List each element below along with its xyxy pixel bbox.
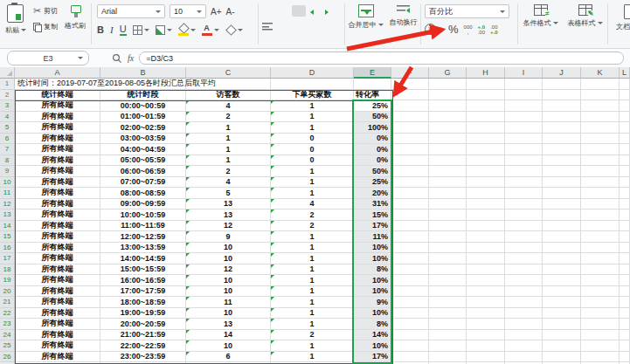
cell-I4[interactable] bbox=[505, 112, 543, 123]
doc-assistant-button[interactable]: 文档助手 bbox=[613, 3, 630, 33]
cell-B20[interactable]: 17:00~17:59 bbox=[100, 286, 186, 298]
cell-D6[interactable]: 0 bbox=[271, 134, 354, 145]
cell-E9[interactable]: 50% bbox=[354, 166, 391, 177]
cell-A26[interactable]: 所有终端 bbox=[15, 352, 100, 363]
cell-F8[interactable] bbox=[391, 155, 429, 167]
cell-H24[interactable] bbox=[467, 330, 505, 341]
row-header-23[interactable]: 23 bbox=[0, 319, 15, 330]
cell-J4[interactable] bbox=[543, 112, 581, 123]
cell-F9[interactable] bbox=[391, 166, 429, 177]
cell-F25[interactable] bbox=[391, 340, 429, 352]
cell-K13[interactable] bbox=[581, 209, 620, 221]
cell-G2[interactable] bbox=[429, 90, 467, 101]
cell-C21[interactable]: 11 bbox=[186, 297, 271, 308]
row-header-20[interactable]: 20 bbox=[0, 286, 15, 298]
cell-D4[interactable]: 1 bbox=[271, 112, 354, 123]
cell-A22[interactable]: 所有终端 bbox=[15, 308, 100, 319]
cell-L26[interactable] bbox=[620, 352, 630, 363]
cell-G23[interactable] bbox=[429, 319, 467, 330]
cell-D2[interactable]: 下单买家数 bbox=[271, 90, 354, 101]
column-header-L[interactable]: L bbox=[620, 67, 630, 79]
cell-K17[interactable] bbox=[581, 253, 620, 264]
clear-format-button[interactable] bbox=[225, 24, 243, 35]
column-header-E[interactable]: E bbox=[354, 67, 391, 79]
column-header-F[interactable]: F bbox=[391, 67, 429, 79]
cell-H3[interactable] bbox=[467, 100, 505, 112]
row-header-2[interactable]: 2 bbox=[0, 90, 15, 101]
cell-K11[interactable] bbox=[581, 188, 620, 199]
fx-icon[interactable]: fx bbox=[128, 53, 134, 63]
cell-J12[interactable] bbox=[543, 199, 581, 210]
cell-E16[interactable]: 10% bbox=[354, 243, 391, 254]
cell-D18[interactable]: 1 bbox=[271, 264, 354, 276]
cell-F1[interactable] bbox=[391, 79, 429, 90]
cell-I24[interactable] bbox=[505, 330, 543, 341]
cell-H2[interactable] bbox=[467, 90, 505, 101]
cell-F3[interactable] bbox=[391, 100, 429, 112]
formula-input[interactable]: =D3/C3 bbox=[139, 52, 624, 65]
cell-K2[interactable] bbox=[581, 90, 620, 101]
cell-F16[interactable] bbox=[391, 243, 429, 254]
cell-K1[interactable] bbox=[581, 79, 620, 90]
cell-J16[interactable] bbox=[543, 243, 581, 254]
row-header-15[interactable]: 15 bbox=[0, 231, 15, 243]
cell-C4[interactable]: 2 bbox=[186, 112, 271, 123]
cell-F11[interactable] bbox=[391, 188, 429, 199]
cell-L5[interactable] bbox=[620, 122, 630, 134]
cell-I5[interactable] bbox=[505, 122, 543, 134]
cell-F19[interactable] bbox=[391, 275, 429, 286]
cell-L21[interactable] bbox=[620, 297, 630, 308]
row-header-3[interactable]: 3 bbox=[0, 100, 15, 112]
decrease-font-button[interactable]: A- bbox=[226, 7, 235, 17]
select-all-corner[interactable] bbox=[0, 67, 15, 79]
cell-D26[interactable]: 1 bbox=[271, 352, 354, 363]
cell-K20[interactable] bbox=[581, 286, 620, 298]
cell-G15[interactable] bbox=[429, 231, 467, 243]
cell-A21[interactable]: 所有终端 bbox=[15, 297, 100, 308]
search-icon[interactable] bbox=[112, 53, 122, 64]
cell-J23[interactable] bbox=[543, 319, 581, 330]
cell-A1[interactable]: 统计时间：2019-07-07至2019-08-05各时段汇总后取平均 bbox=[15, 79, 100, 90]
cell-I11[interactable] bbox=[505, 188, 543, 199]
row-header-4[interactable]: 4 bbox=[0, 112, 15, 123]
cell-E25[interactable]: 10% bbox=[354, 340, 391, 352]
cell-F17[interactable] bbox=[391, 253, 429, 264]
cell-L12[interactable] bbox=[620, 199, 630, 210]
cell-H15[interactable] bbox=[467, 231, 505, 243]
cell-F6[interactable] bbox=[391, 134, 429, 145]
cell-B3[interactable]: 00:00~00:59 bbox=[100, 100, 186, 112]
cell-E10[interactable]: 25% bbox=[354, 177, 391, 189]
row-header-25[interactable]: 25 bbox=[0, 340, 15, 352]
cell-H19[interactable] bbox=[467, 275, 505, 286]
cell-K4[interactable] bbox=[581, 112, 620, 123]
align-center-button[interactable] bbox=[277, 22, 287, 31]
cell-C6[interactable]: 1 bbox=[186, 134, 271, 145]
cell-L24[interactable] bbox=[620, 330, 630, 341]
cell-G21[interactable] bbox=[429, 297, 467, 308]
cell-C17[interactable]: 10 bbox=[186, 253, 271, 264]
cell-K12[interactable] bbox=[581, 199, 620, 210]
cell-D15[interactable]: 1 bbox=[271, 231, 354, 243]
cell-A7[interactable]: 所有终端 bbox=[15, 144, 100, 155]
decrease-decimal-button[interactable]: .00+.0 bbox=[490, 24, 498, 35]
cell-C19[interactable]: 10 bbox=[186, 275, 271, 286]
cell-D20[interactable]: 1 bbox=[271, 286, 354, 298]
cell-B23[interactable]: 20:00~20:59 bbox=[100, 319, 186, 330]
cell-H13[interactable] bbox=[467, 209, 505, 221]
cell-G22[interactable] bbox=[429, 308, 467, 319]
cell-J26[interactable] bbox=[543, 352, 581, 363]
cell-C9[interactable]: 2 bbox=[186, 166, 271, 177]
row-header-6[interactable]: 6 bbox=[0, 134, 15, 145]
cell-J24[interactable] bbox=[543, 330, 581, 341]
cell-K10[interactable] bbox=[581, 177, 620, 189]
cell-H21[interactable] bbox=[467, 297, 505, 308]
cell-D19[interactable]: 1 bbox=[271, 275, 354, 286]
cell-E4[interactable]: 50% bbox=[354, 112, 391, 123]
cell-A23[interactable]: 所有终端 bbox=[15, 319, 100, 330]
cell-A5[interactable]: 所有终端 bbox=[15, 122, 100, 134]
cell-C15[interactable]: 9 bbox=[186, 231, 271, 243]
cell-G16[interactable] bbox=[429, 243, 467, 254]
cell-K25[interactable] bbox=[581, 340, 620, 352]
cell-G25[interactable] bbox=[429, 340, 467, 352]
row-header-24[interactable]: 24 bbox=[0, 330, 15, 341]
